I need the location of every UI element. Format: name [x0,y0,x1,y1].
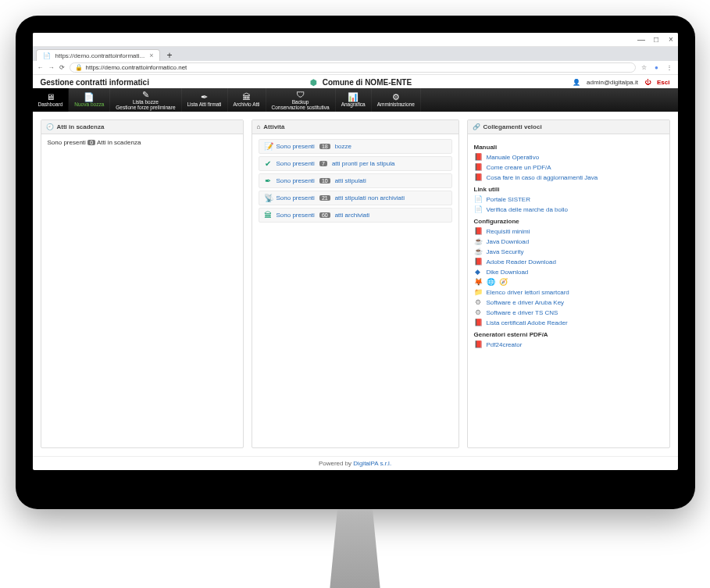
link-icon: 📁 [474,288,482,296]
home-icon: ⌂ [257,123,261,130]
nav-label: Nuova bozza [74,102,104,108]
browser-toolbar: ← → ⟳ 🔒 https://demo.contrattoinformatic… [33,61,678,75]
link-icon: 📕 [474,153,482,161]
power-icon: ⏻ [644,79,651,86]
quick-link[interactable]: Adobe Reader Download [487,258,556,265]
firefox-icon[interactable]: 🦊 [474,278,482,286]
quick-link[interactable]: Software e driver TS CNS [487,309,558,316]
bookmark-star-icon[interactable]: ☆ [640,64,648,71]
browser-profile-icon[interactable]: ● [653,64,661,71]
quick-link[interactable]: Verifica delle marche da bollo [487,206,569,213]
nav-atti-firmati[interactable]: ✒ Lista Atti firmati [182,88,228,112]
new-tab-button[interactable]: + [160,50,178,61]
quick-link[interactable]: Lista certificati Adobe Reader [487,319,568,326]
quick-link[interactable]: Cosa fare in caso di aggiornamenti Java [487,174,598,181]
nav-reload-button[interactable]: ⟳ [59,64,65,71]
quick-link[interactable]: Elenco driver lettori smartcard [487,289,569,296]
link-row: 📕Lista certificati Adobe Reader [474,319,663,326]
attivita-link[interactable]: Sono presenti [277,143,315,150]
link-row: ☕Java Download [474,237,663,245]
link-icon: 📕 [474,319,482,326]
attivita-icon: 🏛 [264,211,272,219]
nav-amministrazione-icon: ⚙ [392,93,400,102]
count-badge: 60 [319,212,330,218]
quick-link[interactable]: Java Download [487,238,530,245]
attivita-row[interactable]: 🏛Sono presenti 60 atti archiviati [259,208,452,223]
attivita-link[interactable]: Sono presenti [277,177,315,184]
lock-icon: 🔒 [75,64,83,71]
nav-atti-firmati-icon: ✒ [201,93,208,102]
browser-tab[interactable]: 📄 https://demo.contrattoinformati... × [36,49,161,61]
browser-menu-icon[interactable]: ⋮ [665,64,673,71]
os-titlebar: — □ × [33,33,678,47]
quick-link[interactable]: Pdf24creator [487,341,523,348]
link-row: ⚙Software e driver Aruba Key [474,298,663,306]
nav-archivio[interactable]: 🏛 Archivio Atti [228,88,266,112]
link-icon: 📕 [474,227,482,235]
attivita-link[interactable]: Sono presenti [277,160,315,167]
attivita-row[interactable]: ✔Sono presenti 7 atti pronti per la stip… [259,156,452,171]
ente-logo-icon: ⬢ [310,78,317,87]
link-icon: 📕 [474,173,482,181]
quick-link[interactable]: Software e driver Aruba Key [487,299,565,306]
group-manuali-title: Manuali [474,144,663,151]
nav-label: Dashboard [38,102,63,108]
logout-link[interactable]: Esci [657,79,669,86]
os-close-button[interactable]: × [668,36,675,43]
app-title: Gestione contratti informatici [41,78,149,87]
attivita-link-post[interactable]: atti pronti per la stipula [332,160,395,167]
nav-back-button[interactable]: ← [37,64,44,71]
link-row: ⚙Software e driver TS CNS [474,308,663,316]
link-row: 📕Pdf24creator [474,340,663,348]
attivita-icon: 📝 [264,142,272,151]
nav-nuova-bozza[interactable]: 📄 Nuova bozza [69,88,110,112]
nav-dashboard[interactable]: 🖥 Dashboard [33,88,70,112]
attivita-icon: ✔ [264,159,272,168]
quick-link[interactable]: Requisiti minimi [487,228,530,235]
url-text: https://demo.contrattoinformatico.net [86,64,187,71]
count-badge: 0 [87,140,95,145]
nav-forward-button[interactable]: → [48,64,55,71]
link-icon: 📄 [474,195,482,203]
quick-link[interactable]: Java Security [487,248,524,255]
link-icon: 📕 [474,340,482,348]
nav-nuova-bozza-icon: 📄 [84,93,95,102]
attivita-icon: 📡 [264,194,272,202]
os-maximize-button[interactable]: □ [653,36,660,43]
link-icon: 📕 [474,258,482,265]
link-row: 📄Portale SISTER [474,195,663,203]
nav-backup[interactable]: 🛡 Backup Conservazione sostitutiva [266,88,336,112]
attivita-link-post[interactable]: atti archiviati [335,212,369,219]
nav-anagrafica[interactable]: 📊 Anagrafica [336,88,372,112]
attivita-link[interactable]: Sono presenti [277,194,315,201]
link-icon: ☕ [474,237,482,245]
link-row: 📕Manuale Operativo [474,153,663,161]
os-minimize-button[interactable]: — [638,36,645,43]
screen: — □ × 📄 https://demo.contrattoinformati.… [33,33,678,470]
nav-label: Anagrafica [341,102,366,108]
attivita-row[interactable]: 📝Sono presenti 18 bozze [259,139,452,154]
tab-close-icon[interactable]: × [149,52,153,59]
user-icon: 👤 [573,79,580,86]
attivita-row[interactable]: 📡Sono presenti 21 atti stipulati non arc… [259,191,452,205]
browser2-icon[interactable]: 🧭 [499,278,507,286]
address-bar[interactable]: 🔒 https://demo.contrattoinformatico.net [70,62,636,73]
link-icon: ◆ [474,268,482,276]
main-navbar: 🖥 Dashboard 📄 Nuova bozza ✎ Lista bozze … [33,88,678,112]
footer-link[interactable]: DigitalPA s.r.l. [353,460,391,467]
browser-icon[interactable]: 🌐 [487,278,494,286]
nav-dashboard-icon: 🖥 [46,93,55,102]
attivita-link[interactable]: Sono presenti [277,212,315,219]
nav-amministrazione[interactable]: ⚙ Amministrazione [372,88,421,112]
nav-lista-bozze[interactable]: ✎ Lista bozze Gestione forze preliminare [110,88,181,112]
quick-link[interactable]: Come creare un PDF/A [487,164,551,171]
attivita-row[interactable]: ✒Sono presenti 10 atti stipulati [259,173,452,188]
quick-link[interactable]: Dike Download [487,269,529,276]
nav-label: Lista Atti firmati [187,102,222,108]
attivita-link-post[interactable]: atti stipulati [335,177,366,184]
link-icon: ☕ [474,248,482,255]
quick-link[interactable]: Portale SISTER [487,196,530,203]
quick-link[interactable]: Manuale Operativo [487,154,540,161]
attivita-link-post[interactable]: bozze [335,143,351,150]
attivita-link-post[interactable]: atti stipulati non archiviati [335,194,405,201]
